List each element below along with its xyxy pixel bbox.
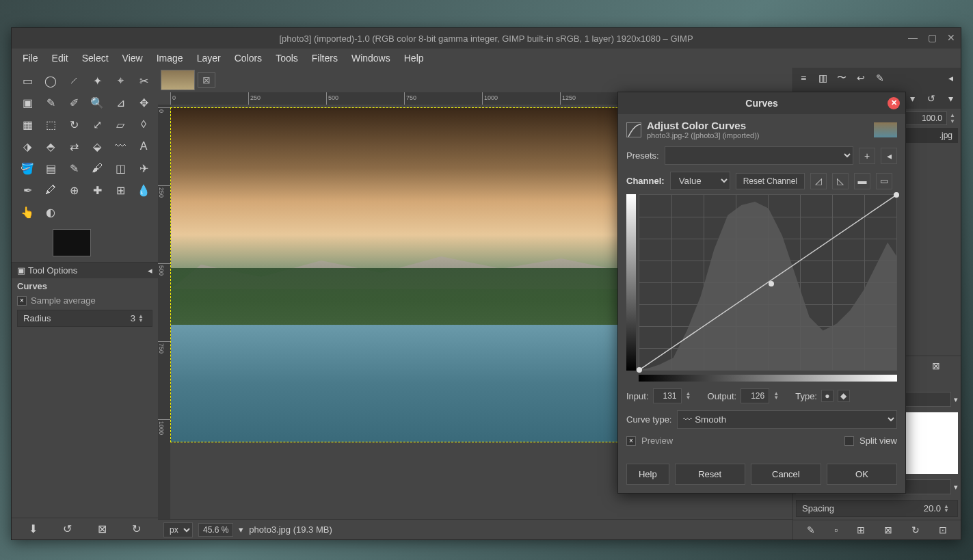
tool-flip[interactable]: ⇄ bbox=[64, 136, 84, 157]
tool-cage[interactable]: ⬙ bbox=[87, 136, 107, 157]
unit-select[interactable]: px bbox=[163, 522, 193, 537]
tool-free-select[interactable]: ⟋ bbox=[64, 70, 84, 91]
reset-channel-button[interactable]: Reset Channel bbox=[736, 173, 805, 189]
presets-select[interactable] bbox=[665, 146, 853, 165]
tool-options-tab[interactable]: Tool Options bbox=[28, 265, 77, 276]
brush-chevron-icon[interactable]: ▾ bbox=[954, 395, 958, 404]
tool-eraser[interactable]: ◫ bbox=[110, 158, 131, 178]
dock-del-icon[interactable]: ⊠ bbox=[932, 360, 940, 371]
tool-heal[interactable]: ✚ bbox=[87, 180, 107, 200]
image-tab[interactable] bbox=[161, 70, 195, 90]
tool-gradient[interactable]: ▤ bbox=[40, 158, 61, 178]
dock-tab-brushes[interactable]: ≡ bbox=[795, 70, 812, 86]
color-swatch[interactable] bbox=[53, 229, 91, 256]
preview-checkbox[interactable]: × bbox=[626, 436, 636, 446]
histogram-mode1-icon[interactable]: ▬ bbox=[854, 173, 870, 189]
curve-point-end[interactable] bbox=[894, 192, 899, 198]
tool-scissors[interactable]: ✂ bbox=[133, 70, 154, 91]
menu-layer[interactable]: Layer bbox=[191, 50, 226, 66]
image-tab-close[interactable]: ⊠ bbox=[198, 72, 215, 88]
tool-shear[interactable]: ▱ bbox=[110, 114, 131, 135]
tool-unified[interactable]: ⬗ bbox=[17, 136, 38, 157]
zoom-field[interactable]: 45.6 % bbox=[198, 523, 233, 537]
tool-rect-select[interactable]: ▭ bbox=[17, 70, 38, 91]
dock-tab-history[interactable]: ↩ bbox=[852, 70, 870, 86]
histogram-mode2-icon[interactable]: ▭ bbox=[876, 173, 892, 189]
save-icon[interactable]: ⬇ bbox=[29, 522, 38, 535]
histogram-log-icon[interactable]: ◺ bbox=[832, 173, 849, 189]
dock-b3-icon[interactable]: ⊞ bbox=[857, 524, 865, 535]
dock-tab-fonts[interactable]: 〜 bbox=[833, 70, 851, 86]
tool-blur[interactable]: 💧 bbox=[133, 180, 154, 200]
tool-options-menu-icon[interactable]: ◂ bbox=[148, 265, 152, 276]
tool-smudge[interactable]: 👆 bbox=[17, 202, 38, 222]
histogram-linear-icon[interactable]: ◿ bbox=[810, 173, 827, 189]
ok-button[interactable]: OK bbox=[827, 464, 897, 485]
tool-color-picker[interactable]: ✐ bbox=[64, 92, 84, 113]
cancel-button[interactable]: Cancel bbox=[751, 464, 821, 485]
input-spinner[interactable]: ▲▼ bbox=[686, 392, 694, 400]
curve-point-start[interactable] bbox=[637, 367, 642, 373]
tool-bucket[interactable]: 🪣 bbox=[17, 158, 38, 178]
tool-perspective[interactable]: ◊ bbox=[133, 114, 154, 135]
tool-mypaint[interactable]: 🖍 bbox=[40, 180, 61, 200]
radius-spinner[interactable]: ▲▼ bbox=[138, 315, 146, 323]
output-field[interactable]: 126 bbox=[741, 388, 769, 403]
curve-editor[interactable] bbox=[639, 194, 897, 371]
dock-b2-icon[interactable]: ▫ bbox=[834, 524, 838, 535]
output-spinner[interactable]: ▲▼ bbox=[773, 392, 782, 400]
menu-image[interactable]: Image bbox=[151, 50, 189, 66]
curves-close-button[interactable]: ✕ bbox=[888, 97, 900, 109]
tool-rotate[interactable]: ↻ bbox=[64, 114, 84, 135]
dock-b6-icon[interactable]: ⊡ bbox=[939, 524, 947, 535]
tool-text[interactable]: A bbox=[133, 136, 154, 157]
close-button[interactable]: ✕ bbox=[946, 32, 957, 43]
menu-view[interactable]: View bbox=[117, 50, 148, 66]
tool-perspective-clone[interactable]: ⊞ bbox=[110, 180, 131, 200]
dock-chevron2-icon[interactable]: ▾ bbox=[942, 90, 959, 107]
reset-icon[interactable]: ↻ bbox=[132, 522, 141, 535]
dock-menu-icon[interactable]: ◂ bbox=[942, 70, 959, 86]
menu-help[interactable]: Help bbox=[399, 50, 429, 66]
tool-by-color[interactable]: ⌖ bbox=[110, 70, 131, 91]
tool-scale[interactable]: ⤢ bbox=[87, 114, 107, 135]
spacing-spinner[interactable]: ▲▼ bbox=[944, 505, 952, 513]
menu-edit[interactable]: Edit bbox=[46, 50, 74, 66]
tool-dodge[interactable]: ◐ bbox=[40, 202, 61, 222]
tool-handle[interactable]: ⬘ bbox=[40, 136, 61, 157]
point-type-diamond[interactable]: ◆ bbox=[838, 390, 850, 402]
splitview-checkbox[interactable] bbox=[844, 436, 854, 446]
tool-clone[interactable]: ⊕ bbox=[64, 180, 84, 200]
dock-b1-icon[interactable]: ✎ bbox=[807, 524, 815, 535]
dock-tab-patterns[interactable]: ▥ bbox=[814, 70, 831, 86]
menu-file[interactable]: File bbox=[17, 50, 44, 66]
tool-paths[interactable]: ✎ bbox=[40, 92, 61, 113]
help-button[interactable]: Help bbox=[626, 464, 669, 485]
zoom-dropdown-icon[interactable]: ▾ bbox=[239, 524, 243, 535]
tool-ellipse-select[interactable]: ◯ bbox=[40, 70, 61, 91]
tool-measure[interactable]: ⊿ bbox=[110, 92, 131, 113]
tool-paintbrush[interactable]: 🖌 bbox=[87, 158, 107, 178]
menu-select[interactable]: Select bbox=[77, 50, 114, 66]
menu-tools[interactable]: Tools bbox=[270, 50, 304, 66]
spacing-value[interactable]: 20.0 bbox=[924, 503, 941, 514]
point-type-circle[interactable]: ● bbox=[821, 390, 834, 402]
menu-colors[interactable]: Colors bbox=[229, 50, 267, 66]
reset-button[interactable]: Reset bbox=[675, 464, 745, 485]
brush-select-chevron-icon[interactable]: ▾ bbox=[954, 483, 958, 492]
menu-filters[interactable]: Filters bbox=[306, 50, 343, 66]
presets-menu-button[interactable]: ◂ bbox=[881, 148, 897, 164]
restore-icon[interactable]: ↺ bbox=[63, 522, 72, 535]
presets-add-button[interactable]: + bbox=[859, 148, 875, 164]
tool-move[interactable]: ✥ bbox=[133, 92, 154, 113]
maximize-button[interactable]: ▢ bbox=[927, 32, 937, 43]
tool-pencil[interactable]: ✎ bbox=[64, 158, 84, 178]
dock-b5-icon[interactable]: ↻ bbox=[911, 524, 920, 535]
menu-windows[interactable]: Windows bbox=[346, 50, 396, 66]
curves-titlebar[interactable]: Curves ✕ bbox=[618, 92, 905, 114]
curvetype-select[interactable]: 〰 Smooth bbox=[677, 410, 897, 429]
input-field[interactable]: 131 bbox=[653, 388, 682, 403]
dock-reset-icon[interactable]: ↺ bbox=[922, 90, 940, 107]
dock-tab-paint[interactable]: ✎ bbox=[871, 70, 889, 86]
tool-airbrush[interactable]: ✈ bbox=[133, 158, 154, 178]
